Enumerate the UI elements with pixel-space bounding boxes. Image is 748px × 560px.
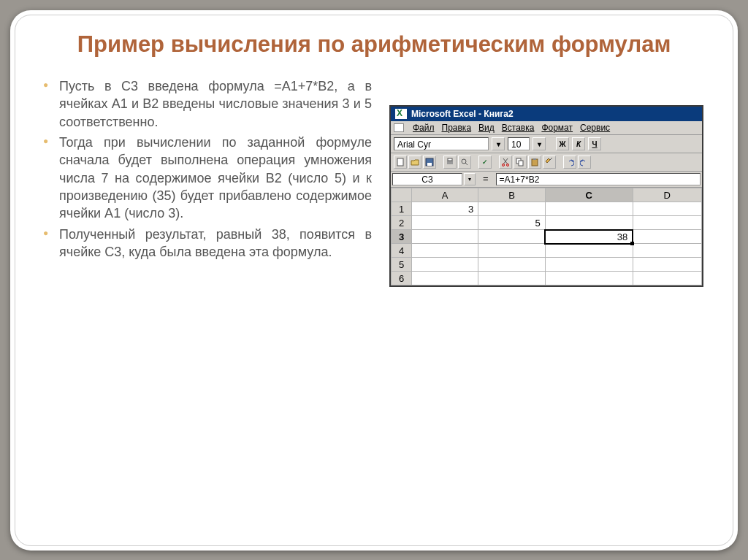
equals-label: =: [476, 172, 496, 187]
excel-icon: [395, 109, 407, 119]
spreadsheet-grid: A B C D 1 3 2: [391, 188, 702, 285]
bullet-list: Пусть в С3 введена формула =А1+7*В2, а в…: [43, 77, 372, 261]
cell-c3[interactable]: 38: [545, 230, 633, 244]
cell-c4[interactable]: [545, 244, 633, 258]
col-header-b[interactable]: B: [478, 188, 545, 202]
svg-point-7: [503, 164, 505, 166]
svg-rect-2: [427, 163, 432, 166]
excel-window: Microsoft Excel - Книга2 Файл Правка Вид…: [389, 105, 703, 287]
format-painter-icon[interactable]: [543, 156, 556, 169]
text-column: Пусть в С3 введена формула =А1+7*В2, а в…: [43, 77, 372, 287]
redo-icon[interactable]: [578, 156, 591, 169]
cell-c5[interactable]: [545, 258, 633, 272]
select-all-corner[interactable]: [392, 188, 412, 202]
col-header-a[interactable]: A: [412, 188, 478, 202]
slide-title: Пример вычисления по арифметическим форм…: [43, 31, 705, 58]
cell-b4[interactable]: [478, 244, 545, 258]
cell-b5[interactable]: [478, 258, 545, 272]
bold-button[interactable]: Ж: [556, 137, 569, 150]
menu-insert[interactable]: Вставка: [502, 123, 535, 133]
row-header-5[interactable]: 5: [392, 258, 412, 272]
excel-menubar: Файл Правка Вид Вставка Формат Сервис: [391, 121, 702, 135]
content-row: Пусть в С3 введена формула =А1+7*В2, а в…: [43, 77, 705, 287]
paste-icon[interactable]: [528, 156, 541, 169]
cell-b2[interactable]: 5: [478, 216, 545, 230]
cell-a6[interactable]: [412, 272, 478, 285]
menu-tools[interactable]: Сервис: [580, 123, 610, 133]
cell-a5[interactable]: [412, 258, 478, 272]
cell-b6[interactable]: [478, 272, 545, 285]
excel-title-text: Microsoft Excel - Книга2: [411, 109, 514, 119]
formatting-toolbar: Arial Cyr ▾ 10 ▾ Ж К Ч: [391, 135, 702, 153]
excel-column: Microsoft Excel - Книга2 Файл Правка Вид…: [389, 77, 705, 287]
font-name-selector[interactable]: Arial Cyr: [394, 137, 489, 150]
cell-c6[interactable]: [545, 272, 633, 285]
cell-a3[interactable]: [412, 230, 478, 244]
standard-toolbar: ✓: [391, 153, 702, 172]
font-size-selector[interactable]: 10: [508, 137, 530, 150]
menu-format[interactable]: Формат: [541, 123, 573, 133]
cell-d6[interactable]: [633, 272, 701, 285]
menu-file[interactable]: Файл: [413, 123, 435, 133]
slide-frame: Пример вычисления по арифметическим форм…: [10, 10, 738, 551]
col-header-d[interactable]: D: [633, 188, 701, 202]
cell-a2[interactable]: [412, 216, 478, 230]
svg-rect-3: [447, 161, 453, 164]
row-header-4[interactable]: 4: [392, 244, 412, 258]
copy-icon[interactable]: [514, 156, 527, 169]
svg-line-13: [550, 158, 552, 160]
cell-d5[interactable]: [633, 258, 701, 272]
underline-button[interactable]: Ч: [588, 137, 601, 150]
row-header-6[interactable]: 6: [392, 272, 412, 285]
row-header-2[interactable]: 2: [392, 216, 412, 230]
font-dropdown-icon[interactable]: ▾: [492, 137, 505, 150]
menu-edit[interactable]: Правка: [442, 123, 472, 133]
undo-icon[interactable]: [563, 156, 576, 169]
excel-titlebar: Microsoft Excel - Книга2: [391, 107, 702, 121]
bullet-item: Полученный результат, равный 38, появитс…: [43, 226, 372, 261]
svg-rect-4: [448, 158, 452, 161]
svg-point-8: [507, 164, 509, 166]
row-header-3[interactable]: 3: [392, 230, 412, 244]
col-header-c[interactable]: C: [545, 188, 633, 202]
cell-d1[interactable]: [633, 202, 701, 216]
new-icon[interactable]: [394, 156, 407, 169]
cell-c1[interactable]: [545, 202, 633, 216]
formula-bar: C3 ▾ = =A1+7*B2: [391, 172, 702, 188]
formula-input[interactable]: =A1+7*B2: [496, 173, 701, 185]
cut-icon[interactable]: [499, 156, 512, 169]
row-header-1[interactable]: 1: [392, 202, 412, 216]
svg-rect-12: [533, 158, 536, 160]
cell-a4[interactable]: [412, 244, 478, 258]
doc-icon: [394, 123, 404, 132]
svg-rect-10: [519, 161, 523, 166]
svg-line-6: [465, 163, 468, 165]
bullet-item: Тогда при вычислении по заданной формуле…: [43, 134, 372, 222]
name-box-dropdown-icon[interactable]: ▾: [464, 173, 476, 185]
cell-d2[interactable]: [633, 216, 701, 230]
cell-d4[interactable]: [633, 244, 701, 258]
open-icon[interactable]: [408, 156, 421, 169]
menu-view[interactable]: Вид: [478, 123, 495, 133]
size-dropdown-icon[interactable]: ▾: [533, 137, 546, 150]
preview-icon[interactable]: [458, 156, 471, 169]
cell-b3[interactable]: [478, 230, 545, 244]
cell-d3[interactable]: [633, 230, 701, 244]
slide-content: Пример вычисления по арифметическим форм…: [15, 15, 733, 546]
italic-button[interactable]: К: [572, 137, 585, 150]
svg-rect-11: [532, 159, 538, 166]
cell-b1[interactable]: [478, 202, 545, 216]
bullet-item: Пусть в С3 введена формула =А1+7*В2, а в…: [43, 77, 372, 131]
print-icon[interactable]: [443, 156, 457, 169]
spell-icon[interactable]: ✓: [478, 156, 492, 169]
svg-rect-0: [397, 158, 403, 166]
name-box[interactable]: C3: [392, 173, 462, 185]
cell-a1[interactable]: 3: [412, 202, 478, 216]
cell-c2[interactable]: [545, 216, 633, 230]
save-icon[interactable]: [423, 156, 436, 169]
